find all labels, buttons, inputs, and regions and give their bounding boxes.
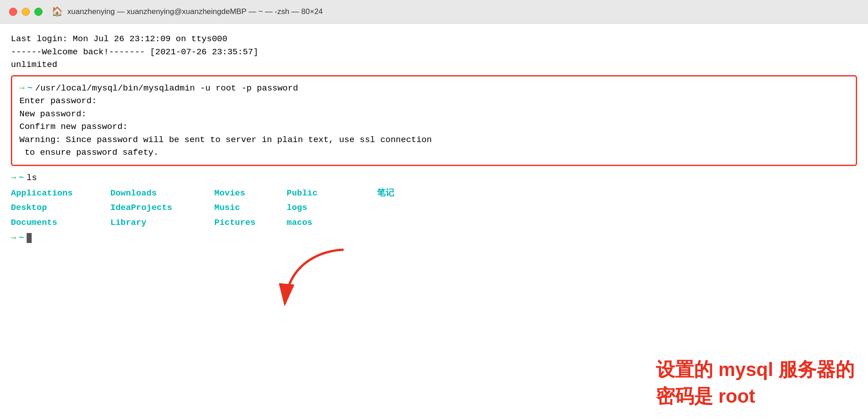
ls-prompt-line: → ~ ls	[11, 171, 857, 185]
ls-item-music: Music	[214, 200, 287, 215]
home-icon: 🏠	[52, 6, 63, 17]
ls-item-applications: Applications	[11, 186, 110, 200]
ls-prompt-arrow: →	[11, 171, 16, 185]
warning-line2: to ensure password safety.	[19, 146, 849, 159]
command-block: → ~ /usr/local/mysql/bin/mysqladmin -u r…	[11, 75, 857, 166]
ls-item-documents: Documents	[11, 215, 110, 230]
ls-item-ideaprojects: IdeaProjects	[110, 200, 214, 215]
ls-item-desktop: Desktop	[11, 200, 110, 215]
warning-line1: Warning: Since password will be sent to …	[19, 133, 849, 147]
ls-output: Applications Downloads Movies Public 笔记 …	[11, 186, 857, 230]
terminal-cursor	[27, 233, 32, 243]
welcome-line: ------Welcome back!------- [2021-07-26 2…	[11, 46, 857, 59]
final-prompt-tilde: ~	[19, 232, 24, 245]
maximize-button[interactable]	[34, 8, 42, 16]
prompt-arrow: →	[19, 82, 24, 95]
ls-item-downloads: Downloads	[110, 186, 214, 200]
ls-prompt-tilde: ~	[19, 171, 24, 185]
ls-command: ls	[27, 171, 37, 185]
annotation-text: 设置的 mysql 服务器的 密码是 root	[656, 357, 854, 410]
annotation-arrow	[276, 245, 366, 313]
window-title: xuanzhenying — xuanzhenying@xuanzheingde…	[67, 7, 323, 16]
confirm-password-line: Confirm new password:	[19, 120, 849, 133]
final-prompt-line: → ~	[11, 232, 857, 245]
command-line: → ~ /usr/local/mysql/bin/mysqladmin -u r…	[19, 82, 849, 95]
terminal-window: 🏠 xuanzhenying — xuanzhenying@xuanzheing…	[0, 0, 868, 419]
close-button[interactable]	[9, 8, 17, 16]
enter-password-line: Enter password:	[19, 95, 849, 108]
annotation-line1: 设置的 mysql 服务器的	[656, 357, 854, 383]
minimize-button[interactable]	[22, 8, 30, 16]
prompt-tilde: ~	[27, 82, 32, 95]
unlimited-line: unlimited	[11, 58, 857, 71]
ls-item-library: Library	[110, 215, 214, 230]
ls-item-empty1	[377, 200, 449, 215]
mysqladmin-command: /usr/local/mysql/bin/mysqladmin -u root …	[35, 82, 298, 95]
annotation-line2: 密码是 root	[656, 383, 854, 410]
new-password-line: New password:	[19, 108, 849, 121]
terminal-body[interactable]: Last login: Mon Jul 26 23:12:09 on ttys0…	[0, 24, 868, 419]
ls-item-public: Public	[287, 186, 377, 200]
ls-item-pictures: Pictures	[214, 215, 287, 230]
login-line: Last login: Mon Jul 26 23:12:09 on ttys0…	[11, 33, 857, 46]
ls-grid: Applications Downloads Movies Public 笔记 …	[11, 186, 857, 230]
ls-item-empty2	[377, 215, 449, 230]
final-prompt-arrow: →	[11, 232, 16, 245]
traffic-lights	[9, 8, 42, 16]
ls-item-logs: logs	[287, 200, 377, 215]
ls-item-notes: 笔记	[377, 186, 449, 200]
ls-item-movies: Movies	[214, 186, 287, 200]
title-bar: 🏠 xuanzhenying — xuanzhenying@xuanzheing…	[0, 0, 868, 24]
ls-item-macos: macos	[287, 215, 377, 230]
